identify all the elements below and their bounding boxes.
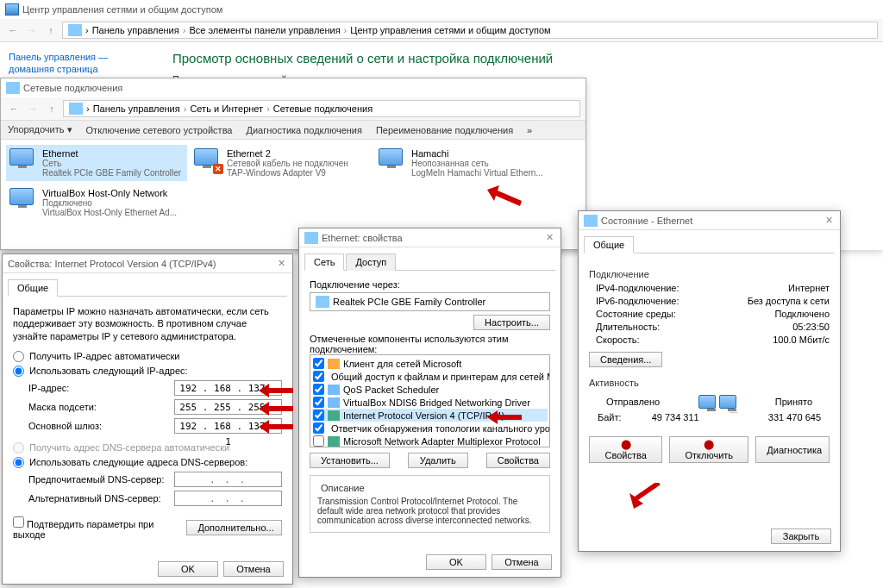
component-item[interactable]: VirtualBox NDIS6 Bridged Networking Driv… bbox=[312, 396, 548, 409]
intro-text: Параметры IP можно назначать автоматичес… bbox=[13, 305, 282, 342]
component-checkbox[interactable] bbox=[313, 371, 324, 382]
alternate-dns-field[interactable]: . . . bbox=[174, 491, 282, 506]
use-ip-radio[interactable] bbox=[13, 366, 24, 377]
component-props-button[interactable]: Свойства bbox=[486, 453, 550, 468]
tab-general[interactable]: Общие bbox=[584, 236, 634, 253]
rename-button[interactable]: Переименование подключения bbox=[376, 125, 513, 135]
cancel-button[interactable]: Отмена bbox=[223, 561, 284, 577]
component-item[interactable]: QoS Packet Scheduler bbox=[312, 383, 548, 396]
component-item[interactable]: Общий доступ к файлам и принтерам для се… bbox=[312, 370, 548, 383]
properties-button[interactable]: ⬤ Свойства bbox=[589, 436, 662, 463]
nc-breadcrumb-bar: ← → ↑ › Панель управления › Сеть и Интер… bbox=[1, 97, 586, 121]
ethernet-icon bbox=[304, 232, 318, 244]
uninstall-button[interactable]: Удалить bbox=[408, 453, 468, 468]
alternate-dns-label: Альтернативный DNS-сервер: bbox=[28, 493, 169, 504]
ok-button[interactable]: OK bbox=[158, 561, 218, 577]
ethernet-icon bbox=[584, 215, 598, 227]
diagnose-button[interactable]: Диагностика подключения bbox=[246, 125, 361, 135]
organize-menu[interactable]: Упорядочить ▾ bbox=[8, 124, 72, 135]
component-label: VirtualBox NDIS6 Bridged Networking Driv… bbox=[343, 397, 530, 408]
gateway-label: Основной шлюз: bbox=[28, 421, 169, 431]
component-checkbox[interactable] bbox=[313, 384, 324, 395]
disable-device-button[interactable]: Отключение сетевого устройства bbox=[86, 125, 233, 135]
breadcrumb-item[interactable]: Сетевые подключения bbox=[273, 103, 373, 114]
more-button[interactable]: » bbox=[527, 125, 532, 135]
preferred-dns-label: Предпочитаемый DNS-сервер: bbox=[28, 474, 169, 485]
ipv6-label: IPv6-подключение: bbox=[596, 296, 679, 306]
adapter-ethernet-2[interactable]: ✕ Ethernet 2Сетевой кабель не подключенT… bbox=[191, 145, 372, 181]
cancel-button[interactable]: Отмена bbox=[492, 554, 552, 570]
forward-button[interactable]: → bbox=[24, 22, 40, 38]
speed-value: 100.0 Мбит/с bbox=[773, 335, 830, 345]
gateway-field[interactable]: 192 . 168 . 137 . 1 bbox=[174, 418, 282, 434]
sidebar-home[interactable]: Панель управления — домашняя страница bbox=[9, 51, 147, 76]
component-item[interactable]: Клиент для сетей Microsoft bbox=[312, 357, 548, 370]
component-checkbox[interactable] bbox=[313, 397, 324, 408]
adapter-ethernet[interactable]: EthernetСетьRealtek PCIe GBE Family Cont… bbox=[6, 145, 187, 181]
status-dialog-title: Состояние - Ethernet ✕ bbox=[579, 211, 840, 230]
nc-window-title: Сетевые подключения bbox=[1, 78, 586, 97]
tab-general[interactable]: Общие bbox=[8, 279, 58, 297]
adapter-hamachi[interactable]: HamachiНеопознанная сетьLogMeIn Hamachi … bbox=[375, 145, 556, 181]
disable-button[interactable]: ⬤ Отключить bbox=[669, 436, 748, 463]
props-dialog-title: Ethernet: свойства ✕ bbox=[299, 228, 560, 247]
components-list[interactable]: Клиент для сетей Microsoft Общий доступ … bbox=[310, 354, 550, 447]
component-icon bbox=[328, 385, 340, 395]
up-button[interactable]: ↑ bbox=[44, 101, 59, 116]
component-label: Ответчик обнаружения топологии канальног… bbox=[331, 423, 550, 434]
sent-bytes: 49 734 311 bbox=[652, 412, 699, 422]
configure-button[interactable]: Настроить... bbox=[473, 315, 550, 330]
up-button[interactable]: ↑ bbox=[43, 22, 59, 38]
breadcrumb-item[interactable]: Сеть и Интернет bbox=[190, 103, 263, 114]
close-button[interactable]: ✕ bbox=[823, 215, 835, 227]
main-window-breadcrumb: ← → ↑ › Панель управления › Все элементы… bbox=[0, 19, 883, 42]
component-checkbox[interactable] bbox=[313, 435, 324, 447]
adapter-virtualbox-host-only-network[interactable]: VirtualBox Host-Only NetworkПодключеноVi… bbox=[6, 185, 187, 221]
description-label: Описание bbox=[317, 483, 368, 493]
use-dns-radio[interactable] bbox=[13, 457, 24, 468]
media-label: Состояние среды: bbox=[596, 309, 676, 319]
component-checkbox[interactable] bbox=[313, 422, 324, 434]
preferred-dns-field[interactable]: . . . bbox=[174, 472, 282, 487]
activity-icon bbox=[698, 395, 736, 409]
close-button[interactable]: ✕ bbox=[543, 232, 555, 244]
back-button[interactable]: ← bbox=[6, 101, 22, 116]
validate-checkbox[interactable] bbox=[13, 516, 24, 528]
ok-button[interactable]: OK bbox=[426, 554, 486, 570]
tab-network[interactable]: Сеть bbox=[304, 253, 344, 271]
control-panel-icon bbox=[5, 3, 19, 16]
connection-label: Подключение bbox=[589, 269, 830, 279]
page-title: Просмотр основных сведений о сети и наст… bbox=[172, 51, 874, 66]
advanced-button[interactable]: Дополнительно... bbox=[186, 520, 282, 535]
component-checkbox[interactable] bbox=[313, 358, 324, 369]
close-button[interactable]: Закрыть bbox=[771, 529, 831, 544]
component-checkbox[interactable] bbox=[313, 410, 324, 421]
component-icon bbox=[328, 359, 340, 369]
cp-icon bbox=[68, 24, 82, 36]
component-icon bbox=[328, 410, 340, 421]
component-icon bbox=[328, 397, 340, 408]
subnet-mask-label: Маска подсети: bbox=[28, 402, 169, 412]
component-item[interactable]: Ответчик обнаружения топологии канальног… bbox=[312, 422, 548, 435]
obtain-ip-auto-radio[interactable] bbox=[13, 351, 24, 362]
breadcrumb-item[interactable]: Центр управления сетями и общим доступом bbox=[350, 25, 550, 35]
sent-label: Отправлено bbox=[606, 397, 660, 407]
activity-label: Активность bbox=[589, 378, 830, 388]
ipv4-label: IPv4-подключение: bbox=[596, 283, 679, 293]
breadcrumb-item[interactable]: Панель управления bbox=[92, 25, 179, 35]
ip-address-field[interactable]: 192 . 168 . 137 . 2 bbox=[174, 380, 282, 396]
forward-button[interactable]: → bbox=[25, 101, 41, 116]
install-button[interactable]: Установить... bbox=[310, 453, 390, 468]
back-button[interactable]: ← bbox=[5, 22, 21, 38]
subnet-mask-field[interactable]: 255 . 255 . 255 . 0 bbox=[174, 399, 282, 415]
close-button[interactable]: ✕ bbox=[275, 258, 287, 270]
breadcrumb-item[interactable]: Все элементы панели управления bbox=[189, 25, 340, 35]
component-item[interactable]: Internet Protocol Version 4 (TCP/IPv4) bbox=[312, 409, 548, 422]
duration-label: Длительность: bbox=[596, 322, 660, 332]
description-text: Transmission Control Protocol/Internet P… bbox=[317, 497, 542, 525]
details-button[interactable]: Сведения... bbox=[589, 352, 662, 367]
breadcrumb-item[interactable]: Панель управления bbox=[93, 103, 180, 114]
component-item[interactable]: Microsoft Network Adapter Multiplexor Pr… bbox=[312, 435, 548, 447]
tab-access[interactable]: Доступ bbox=[346, 253, 396, 271]
diagnose-button[interactable]: Диагностика bbox=[755, 436, 830, 463]
